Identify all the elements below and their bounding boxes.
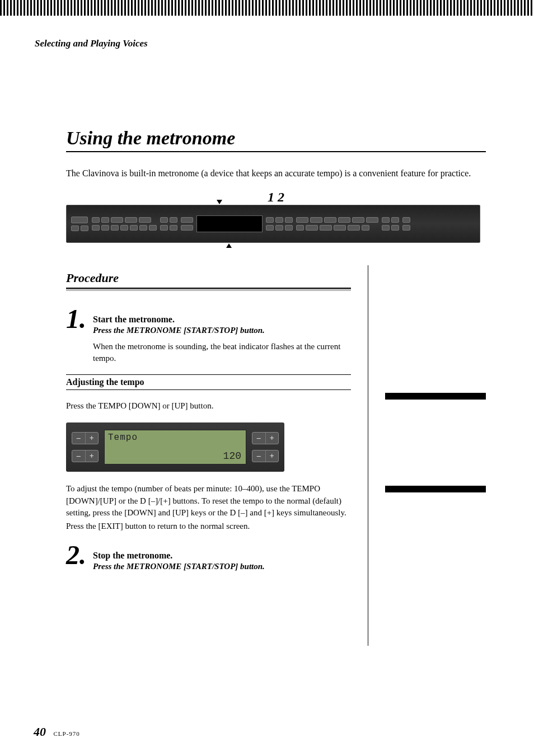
panel-button bbox=[306, 225, 318, 231]
panel-button bbox=[120, 225, 128, 231]
panel-button bbox=[285, 225, 293, 231]
panel-button bbox=[181, 225, 193, 231]
plus-icon: + bbox=[266, 433, 279, 444]
minus-icon: – bbox=[72, 450, 86, 462]
step-1: 1. Start the metronome. Press the METRON… bbox=[66, 307, 351, 364]
page-footer: 40 CLP-970 bbox=[34, 725, 80, 739]
figure-callout-numbers: 1 2 bbox=[66, 190, 486, 205]
step-description: When the metronome is sounding, the beat… bbox=[93, 341, 351, 364]
minus-plus-button: – + bbox=[252, 450, 279, 462]
plus-icon: + bbox=[86, 433, 99, 444]
callout-arrow-icon bbox=[217, 200, 222, 204]
procedure-heading: Procedure bbox=[66, 271, 351, 285]
panel-button bbox=[170, 225, 177, 231]
page-content: Selecting and Playing Voices Using the m… bbox=[0, 16, 534, 668]
panel-button bbox=[71, 217, 88, 223]
panel-button bbox=[111, 217, 123, 223]
panel-button bbox=[382, 225, 390, 231]
panel-button bbox=[266, 217, 274, 223]
minus-icon: – bbox=[252, 433, 266, 444]
lcd-screen: Tempo 120 bbox=[104, 430, 246, 464]
step-number: 2. bbox=[66, 543, 86, 567]
panel-button bbox=[362, 225, 369, 231]
panel-button bbox=[338, 217, 350, 223]
callout-arrow-icon bbox=[226, 243, 232, 248]
panel-button bbox=[285, 217, 293, 223]
panel-button bbox=[366, 217, 378, 223]
panel-button bbox=[391, 225, 399, 231]
panel-button bbox=[275, 217, 283, 223]
chapter-heading: Selecting and Playing Voices bbox=[35, 38, 486, 49]
panel-button bbox=[101, 225, 109, 231]
panel-button bbox=[402, 217, 410, 223]
panel-button bbox=[139, 217, 151, 223]
page-top-decoration bbox=[0, 0, 534, 16]
step-instruction: Press the METRONOME [START/STOP] button. bbox=[93, 562, 265, 571]
sidebar-column bbox=[368, 265, 486, 646]
panel-button bbox=[320, 225, 332, 231]
panel-button bbox=[382, 217, 390, 223]
lcd-illustration: – + – + Tempo 120 – + bbox=[66, 422, 284, 472]
panel-button bbox=[324, 217, 336, 223]
panel-button bbox=[130, 225, 138, 231]
minus-icon: – bbox=[252, 450, 266, 462]
panel-button bbox=[125, 217, 137, 223]
section-title: Using the metronome bbox=[66, 128, 486, 152]
page-number: 40 bbox=[34, 725, 46, 739]
subheading: Adjusting the tempo bbox=[66, 374, 351, 390]
minus-icon: – bbox=[72, 433, 86, 444]
minus-plus-button: – + bbox=[252, 432, 279, 444]
divider bbox=[66, 288, 351, 291]
panel-button bbox=[266, 225, 274, 231]
step-number: 1. bbox=[66, 307, 86, 331]
intro-text: The Clavinova is built-in metronome (a d… bbox=[66, 167, 486, 180]
panel-button bbox=[139, 225, 147, 231]
sidebar-note-bar bbox=[385, 393, 486, 400]
step-title: Start the metronome. bbox=[93, 314, 351, 325]
panel-button bbox=[352, 217, 364, 223]
model-name: CLP-970 bbox=[54, 730, 80, 737]
lcd-value: 120 bbox=[223, 450, 241, 462]
minus-plus-button: – + bbox=[72, 450, 99, 462]
instrument-panel-illustration bbox=[66, 205, 480, 243]
panel-button bbox=[391, 217, 399, 223]
panel-button bbox=[160, 217, 168, 223]
panel-button bbox=[334, 225, 346, 231]
step-instruction: Press the METRONOME [START/STOP] button. bbox=[93, 326, 351, 335]
panel-button bbox=[81, 226, 88, 231]
panel-button bbox=[348, 225, 360, 231]
panel-button bbox=[101, 217, 109, 223]
panel-button bbox=[160, 225, 168, 231]
minus-plus-button: – + bbox=[72, 432, 99, 444]
panel-button bbox=[170, 217, 177, 223]
step-title: Stop the metronome. bbox=[93, 551, 265, 561]
sidebar-note-bar bbox=[385, 486, 486, 492]
lcd-label: Tempo bbox=[108, 433, 138, 443]
plus-icon: + bbox=[266, 450, 279, 462]
panel-lcd bbox=[196, 215, 263, 232]
adjust-exit-text: Press the [EXIT] button to return to the… bbox=[66, 520, 351, 533]
main-column: Procedure 1. Start the metronome. Press … bbox=[66, 265, 368, 646]
panel-button bbox=[71, 226, 79, 231]
panel-button bbox=[296, 225, 304, 231]
panel-button bbox=[149, 225, 157, 231]
panel-button bbox=[275, 225, 283, 231]
panel-button bbox=[402, 225, 410, 231]
panel-button bbox=[111, 225, 119, 231]
adjust-detail-text: To adjust the tempo (number of beats per… bbox=[66, 483, 351, 519]
panel-button bbox=[296, 217, 308, 223]
panel-button bbox=[181, 217, 193, 223]
plus-icon: + bbox=[86, 450, 99, 462]
step-2: 2. Stop the metronome. Press the METRONO… bbox=[66, 543, 351, 577]
panel-button bbox=[92, 217, 100, 223]
adjust-intro-text: Press the TEMPO [DOWN] or [UP] button. bbox=[66, 400, 351, 412]
panel-button bbox=[310, 217, 322, 223]
panel-button bbox=[92, 225, 100, 231]
